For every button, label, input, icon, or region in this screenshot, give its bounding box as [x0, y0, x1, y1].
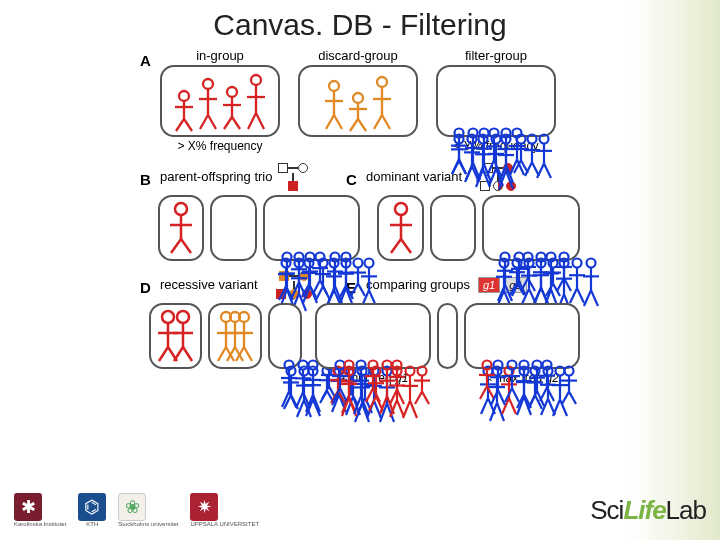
- figure: A in-group > X% frequency discard-group …: [140, 48, 580, 385]
- stick-figure: [171, 309, 195, 365]
- svg-line-254: [564, 278, 571, 291]
- svg-point-455: [565, 367, 574, 376]
- filter-group-box: [436, 65, 556, 137]
- footer: ✱Karolinska Institutet ⌬KTH ❀Stockholms …: [0, 486, 720, 534]
- svg-line-403: [354, 396, 361, 414]
- svg-line-418: [390, 390, 397, 404]
- svg-point-20: [329, 81, 339, 91]
- svg-line-489: [547, 388, 554, 401]
- svg-line-74: [544, 164, 551, 178]
- svg-point-70: [540, 135, 549, 144]
- svg-point-165: [315, 253, 324, 262]
- b-discard-box: [210, 195, 257, 261]
- svg-point-30: [377, 77, 387, 87]
- svg-line-83: [466, 163, 473, 180]
- svg-point-0: [179, 91, 189, 101]
- svg-point-220: [586, 259, 595, 268]
- svg-line-478: [517, 397, 524, 415]
- stick-figure: [371, 75, 393, 133]
- e-discard-box: [437, 303, 458, 369]
- svg-point-175: [342, 253, 351, 262]
- ki-label: Karolinska Institutet: [14, 521, 66, 527]
- svg-line-14: [232, 117, 240, 129]
- in-group-box: [160, 65, 280, 137]
- svg-point-25: [353, 93, 363, 103]
- stick-figure: [537, 359, 557, 403]
- svg-line-408: [366, 388, 373, 402]
- recessive-label: recessive variant: [160, 277, 276, 292]
- svg-line-228: [498, 285, 505, 301]
- svg-point-10: [227, 87, 237, 97]
- stick-figure: [173, 89, 195, 133]
- svg-line-78: [452, 159, 459, 174]
- svg-line-458: [562, 392, 569, 404]
- scilifelab-logo: SciLifeLab: [590, 495, 706, 526]
- svg-line-158: [292, 282, 299, 297]
- svg-line-173: [328, 286, 335, 303]
- svg-line-4: [184, 119, 192, 131]
- uu-label: UPPSALA UNIVERSITET: [190, 521, 259, 527]
- svg-line-323: [282, 392, 289, 408]
- svg-line-108: [171, 239, 181, 253]
- svg-line-398: [342, 397, 349, 416]
- svg-line-488: [540, 388, 547, 401]
- in-group-label: in-group: [196, 48, 244, 63]
- svg-line-28: [350, 119, 358, 131]
- panel-label-b: B: [140, 171, 154, 188]
- stick-figure: [221, 85, 243, 133]
- svg-point-15: [251, 75, 261, 85]
- stick-figure: [507, 127, 527, 177]
- svg-line-184: [401, 239, 411, 253]
- panel-label-c: C: [346, 171, 360, 188]
- svg-line-264: [183, 347, 192, 361]
- svg-line-389: [422, 392, 429, 404]
- stick-figure: [581, 257, 601, 308]
- stick-figure: [554, 251, 574, 293]
- svg-line-168: [313, 280, 320, 294]
- svg-point-260: [177, 311, 189, 323]
- svg-point-180: [395, 203, 407, 215]
- b-in-box: [158, 195, 205, 261]
- b-filter-box: [263, 195, 361, 261]
- svg-point-5: [203, 79, 213, 89]
- svg-line-388: [415, 392, 422, 404]
- svg-line-223: [584, 290, 591, 306]
- svg-line-463: [480, 386, 487, 399]
- svg-point-145: [365, 259, 374, 268]
- svg-line-333: [306, 395, 313, 412]
- svg-line-413: [380, 396, 387, 414]
- svg-line-263: [174, 347, 183, 361]
- e-g1-box: [315, 303, 431, 369]
- svg-line-88: [477, 164, 484, 182]
- side-gradient: [630, 0, 720, 540]
- svg-line-98: [499, 165, 506, 183]
- affiliation-logos: ✱Karolinska Institutet ⌬KTH ❀Stockholms …: [14, 493, 259, 527]
- stick-figure: [347, 91, 369, 133]
- pedigree-trio-icon: [278, 163, 338, 191]
- d-filter-box: [268, 303, 302, 369]
- svg-line-23: [326, 115, 334, 129]
- svg-line-109: [181, 239, 191, 253]
- stick-figure: [559, 365, 579, 406]
- svg-line-19: [256, 113, 264, 129]
- svg-line-33: [374, 115, 382, 129]
- svg-line-73: [537, 164, 544, 178]
- svg-line-258: [159, 347, 168, 361]
- su-logo-icon: ❀: [118, 493, 146, 521]
- svg-line-103: [510, 160, 517, 176]
- discard-group-label: discard-group: [318, 48, 398, 63]
- e-g2-box: [464, 303, 580, 369]
- stick-figure: [197, 77, 219, 133]
- svg-line-8: [200, 115, 208, 129]
- svg-point-485: [542, 361, 551, 370]
- stick-figure: [412, 365, 432, 406]
- svg-point-385: [417, 367, 426, 376]
- filter-group-label: filter-group: [465, 48, 527, 63]
- svg-line-468: [491, 390, 498, 405]
- panel-label-a: A: [140, 52, 154, 69]
- panel-label-d: D: [140, 279, 154, 296]
- svg-line-224: [591, 290, 598, 306]
- svg-point-415: [393, 361, 402, 370]
- svg-point-100: [513, 129, 522, 138]
- d-in-box: [149, 303, 202, 369]
